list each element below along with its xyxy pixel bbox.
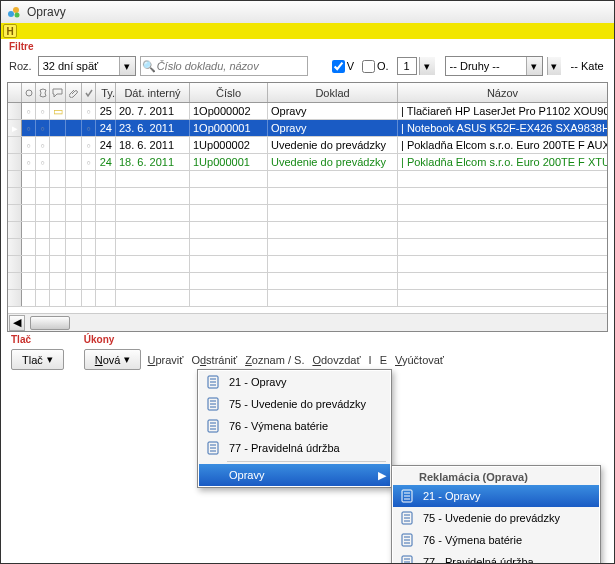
chevron-right-icon: ▶ — [378, 469, 386, 482]
data-grid: Ty. Dát. interný Číslo Doklad Názov ○○▭○… — [7, 82, 608, 332]
e-link[interactable]: E — [378, 351, 389, 369]
range-select[interactable]: ▾ — [38, 56, 136, 76]
cell-cislo: 1Up000001 — [190, 154, 268, 170]
druhy-select[interactable]: ▾ — [445, 56, 543, 76]
menu-item[interactable]: 75 - Uvedenie do prevádzky — [199, 393, 390, 415]
check-o[interactable] — [362, 60, 375, 73]
menu-item-label: Opravy — [229, 469, 264, 481]
menu-separator — [227, 461, 386, 462]
menu-item[interactable]: 21 - Opravy — [199, 371, 390, 393]
col-date[interactable]: Dát. interný — [116, 83, 190, 102]
cell-doklad: Uvedenie do prevádzky — [268, 137, 398, 153]
table-row-empty — [8, 239, 607, 256]
row-gutter — [8, 103, 22, 119]
hscroll-left-icon[interactable]: ◀ — [9, 315, 25, 331]
cell-nazov: | Pokladňa Elcom s.r.o. Euro 200TE F XTU… — [398, 154, 607, 170]
document-icon — [397, 511, 417, 525]
cell-cislo: 1Op000001 — [190, 120, 268, 136]
num-input[interactable] — [397, 57, 417, 75]
druhy-dropdown-icon[interactable]: ▾ — [526, 57, 542, 75]
cell-ty: 24 — [96, 154, 116, 170]
table-row-empty — [8, 205, 607, 222]
menu-item-label: 76 - Výmena batérie — [423, 534, 522, 546]
nova-button-label: Nová — [95, 354, 121, 366]
cell-date: 18. 6. 2011 — [116, 137, 190, 153]
num-dropdown-icon[interactable]: ▾ — [419, 57, 435, 75]
tlac-section: Tlač Tlač ▾ — [11, 334, 64, 370]
check-v[interactable] — [332, 60, 345, 73]
range-input[interactable] — [39, 57, 119, 75]
cell-date: 18. 6. 2011 — [116, 154, 190, 170]
row-gutter: ▸ — [8, 120, 22, 136]
app-icon — [7, 5, 21, 19]
grid-body[interactable]: ○○▭○2520. 7. 20111Op000002Opravy| Tlačia… — [8, 103, 607, 313]
menu-item[interactable]: 77 - Pravidelná údržba — [393, 551, 599, 564]
cell-attach — [66, 137, 82, 153]
table-row[interactable]: ○○▭○2520. 7. 20111Op000002Opravy| Tlačia… — [8, 103, 607, 120]
col-note[interactable] — [50, 83, 66, 102]
col-flag2[interactable] — [36, 83, 50, 102]
cell-note — [50, 137, 66, 153]
cell-cislo: 1Up000002 — [190, 137, 268, 153]
druhy-input[interactable] — [446, 57, 526, 75]
search-icon: 🔍 — [141, 60, 157, 73]
cell-check: ○ — [82, 103, 96, 119]
cell-check: ○ — [82, 120, 96, 136]
col-check[interactable] — [82, 83, 96, 102]
i-link[interactable]: I — [367, 351, 374, 369]
nova-context-menu: 21 - Opravy75 - Uvedenie do prevádzky76 … — [197, 369, 392, 488]
odovzdat-link[interactable]: Odovzdať — [310, 351, 362, 369]
cell-date: 20. 7. 2011 — [116, 103, 190, 119]
search-input[interactable] — [157, 60, 307, 72]
cell-ty: 25 — [96, 103, 116, 119]
cell-flag2: ○ — [36, 137, 50, 153]
table-row[interactable]: ○○○2418. 6. 20111Up000001Uvedenie do pre… — [8, 154, 607, 171]
range-dropdown-icon[interactable]: ▾ — [119, 57, 135, 75]
ukony-section: Úkony Nová ▾ Upraviť Odstrániť Zoznam / … — [84, 334, 446, 370]
tlac-label: Tlač — [11, 334, 64, 345]
gutter-header — [8, 83, 22, 102]
col-attach[interactable] — [66, 83, 82, 102]
document-icon — [397, 533, 417, 547]
menu-item[interactable]: 76 - Výmena batérie — [199, 415, 390, 437]
odstranit-link[interactable]: Odstrániť — [189, 351, 239, 369]
app-window: Opravy H Filtre Roz. ▾ 🔍 V O. ▾ ▾ — [0, 0, 615, 564]
horizontal-scrollbar[interactable]: ◀ — [8, 313, 607, 331]
nova-button[interactable]: Nová ▾ — [84, 349, 142, 370]
col-ty[interactable]: Ty. — [96, 83, 116, 102]
menu-item[interactable]: 21 - Opravy — [393, 485, 599, 507]
grid-header: Ty. Dát. interný Číslo Doklad Názov — [8, 83, 607, 103]
cell-check: ○ — [82, 154, 96, 170]
col-nazov[interactable]: Názov — [398, 83, 607, 102]
menu-item[interactable]: 76 - Výmena batérie — [393, 529, 599, 551]
cell-note: ▭ — [50, 103, 66, 119]
table-row-empty — [8, 273, 607, 290]
menu-item-opravy-submenu[interactable]: Opravy ▶ — [199, 464, 390, 486]
col-doklad[interactable]: Doklad — [268, 83, 398, 102]
chevron-down-icon: ▾ — [47, 353, 53, 366]
col-cislo[interactable]: Číslo — [190, 83, 268, 102]
vyuctovat-link[interactable]: Vyúčtovať — [393, 351, 446, 369]
h-button[interactable]: H — [3, 24, 17, 38]
filter-bar: Roz. ▾ 🔍 V O. ▾ ▾ ▾ -- Kate — [1, 52, 614, 82]
search-box[interactable]: 🔍 — [140, 56, 308, 76]
cell-note — [50, 120, 66, 136]
cell-check: ○ — [82, 137, 96, 153]
hscroll-thumb[interactable] — [30, 316, 70, 330]
ukony-label: Úkony — [84, 334, 446, 345]
upravit-link[interactable]: Upraviť — [145, 351, 185, 369]
druhy-extra-btn[interactable]: ▾ — [547, 57, 561, 75]
zoznam-link[interactable]: Zoznam / S. — [243, 351, 306, 369]
titlebar: Opravy — [1, 1, 614, 23]
tlac-button[interactable]: Tlač ▾ — [11, 349, 64, 370]
cell-doklad: Opravy — [268, 120, 398, 136]
table-row[interactable]: ○○○2418. 6. 20111Up000002Uvedenie do pre… — [8, 137, 607, 154]
row-gutter — [8, 154, 22, 170]
document-icon — [203, 375, 223, 389]
col-flag1[interactable] — [22, 83, 36, 102]
menu-item[interactable]: 77 - Pravidelná údržba — [199, 437, 390, 459]
menu-item-label: 21 - Opravy — [423, 490, 480, 502]
table-row[interactable]: ▸○○○2423. 6. 20111Op000001Opravy| Notebo… — [8, 120, 607, 137]
menu-item[interactable]: 75 - Uvedenie do prevádzky — [393, 507, 599, 529]
document-icon — [203, 419, 223, 433]
